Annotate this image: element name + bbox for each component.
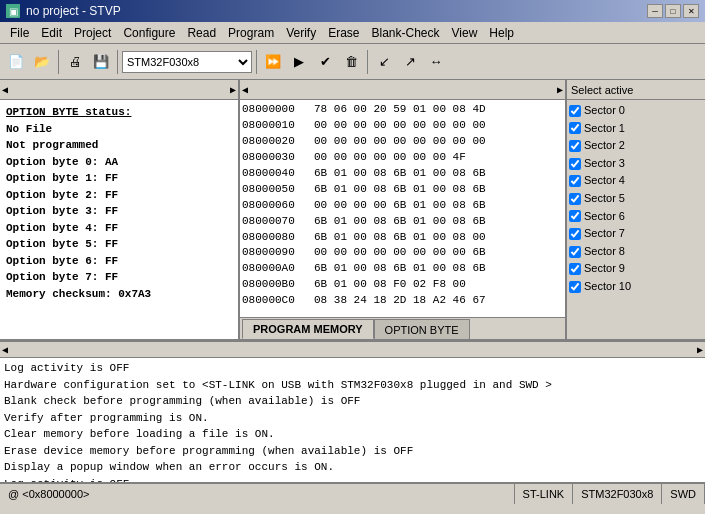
option-byte-5: Option byte 5: FF — [6, 236, 232, 253]
menu-item-read[interactable]: Read — [181, 24, 222, 42]
tab-program-memory[interactable]: PROGRAM MEMORY — [242, 319, 374, 339]
open-button[interactable]: 📂 — [30, 50, 54, 74]
hex-row: 0800000078 06 00 20 59 01 00 08 4D — [242, 102, 563, 118]
sector-item: Sector 7 — [569, 225, 703, 243]
sector-item: Sector 8 — [569, 243, 703, 261]
sector-checkbox[interactable] — [569, 175, 581, 187]
menu-item-edit[interactable]: Edit — [35, 24, 68, 42]
menu-bar: FileEditProjectConfigureReadProgramVerif… — [0, 22, 705, 44]
hex-row: 080000406B 01 00 08 6B 01 00 08 6B — [242, 166, 563, 182]
sector-item: Sector 3 — [569, 155, 703, 173]
hex-panel: ◀ ▶ 0800000078 06 00 20 59 01 00 08 4D08… — [240, 80, 565, 339]
hex-row: 080000706B 01 00 08 6B 01 00 08 6B — [242, 214, 563, 230]
new-button[interactable]: 📄 — [4, 50, 28, 74]
sector-checkbox[interactable] — [569, 210, 581, 222]
sector-label: Sector 8 — [584, 243, 625, 261]
tab-bar: PROGRAM MEMORY OPTION BYTE — [240, 317, 565, 339]
sector-list: Sector 0Sector 1Sector 2Sector 3Sector 4… — [567, 100, 705, 339]
toolbar: 📄 📂 🖨 💾 STM32F030x8 ⏩ ▶ ✔ 🗑 ↙ ↗ ↔ — [0, 44, 705, 80]
save-button[interactable]: 💾 — [89, 50, 113, 74]
log-line: Clear memory before loading a file is ON… — [4, 426, 701, 443]
log-line: Display a popup window when an error occ… — [4, 459, 701, 476]
right-panel: Select active Sector 0Sector 1Sector 2Se… — [565, 80, 705, 339]
sector-checkbox[interactable] — [569, 263, 581, 275]
sector-item: Sector 0 — [569, 102, 703, 120]
sector-checkbox[interactable] — [569, 140, 581, 152]
hex-row: 0800002000 00 00 00 00 00 00 00 00 — [242, 134, 563, 150]
sector-checkbox[interactable] — [569, 158, 581, 170]
sector-label: Sector 7 — [584, 225, 625, 243]
hex-content[interactable]: 0800000078 06 00 20 59 01 00 08 4D080000… — [240, 100, 565, 317]
option-byte-1: Option byte 1: FF — [6, 170, 232, 187]
program-button[interactable]: ▶ — [287, 50, 311, 74]
hex-row: 080000806B 01 00 08 6B 01 00 08 00 — [242, 230, 563, 246]
sector-label: Sector 3 — [584, 155, 625, 173]
menu-item-project[interactable]: Project — [68, 24, 117, 42]
option-byte-3: Option byte 3: FF — [6, 203, 232, 220]
sector-checkbox[interactable] — [569, 281, 581, 293]
app-icon: ▣ — [6, 4, 20, 18]
sector-item: Sector 4 — [569, 172, 703, 190]
sector-checkbox[interactable] — [569, 193, 581, 205]
menu-item-program[interactable]: Program — [222, 24, 280, 42]
log-header: ◀ ▶ — [0, 342, 705, 358]
window-title: no project - STVP — [26, 4, 647, 18]
menu-item-configure[interactable]: Configure — [117, 24, 181, 42]
sector-checkbox[interactable] — [569, 105, 581, 117]
hex-row: 0800001000 00 00 00 00 00 00 00 00 — [242, 118, 563, 134]
menu-item-file[interactable]: File — [4, 24, 35, 42]
menu-item-verify[interactable]: Verify — [280, 24, 322, 42]
sector-label: Sector 2 — [584, 137, 625, 155]
option-content: OPTION BYTE status: No File Not programm… — [0, 100, 238, 339]
sector-checkbox[interactable] — [569, 246, 581, 258]
sector-item: Sector 1 — [569, 120, 703, 138]
close-button[interactable]: ✕ — [683, 4, 699, 18]
menu-item-blank-check[interactable]: Blank-Check — [366, 24, 446, 42]
status-address: @ <0x8000000> — [0, 484, 515, 504]
maximize-button[interactable]: □ — [665, 4, 681, 18]
read-mem-button[interactable]: ↙ — [372, 50, 396, 74]
hex-row: 0800009000 00 00 00 00 00 00 00 6B — [242, 245, 563, 261]
hex-row: 080000A06B 01 00 08 6B 01 00 08 6B — [242, 261, 563, 277]
print-button[interactable]: 🖨 — [63, 50, 87, 74]
memory-checksum: Memory checksum: 0x7A3 — [6, 286, 232, 303]
option-byte-4: Option byte 4: FF — [6, 220, 232, 237]
option-byte-6: Option byte 6: FF — [6, 253, 232, 270]
verify-mem-button[interactable]: ↔ — [424, 50, 448, 74]
option-no-file: No File — [6, 121, 232, 138]
status-interface: ST-LINK — [515, 484, 574, 504]
sector-item: Sector 10 — [569, 278, 703, 296]
hex-row: 080000C008 38 24 18 2D 18 A2 46 67 — [242, 293, 563, 309]
minimize-button[interactable]: ─ — [647, 4, 663, 18]
main-area: ◀ ▶ OPTION BYTE status: No File Not prog… — [0, 80, 705, 340]
option-byte-0: Option byte 0: AA — [6, 154, 232, 171]
hex-row: 080000B06B 01 00 08 F0 02 F8 00 — [242, 277, 563, 293]
sector-label: Sector 5 — [584, 190, 625, 208]
sector-item: Sector 6 — [569, 208, 703, 226]
erase-button[interactable]: 🗑 — [339, 50, 363, 74]
tab-option-byte[interactable]: OPTION BYTE — [374, 319, 470, 339]
option-byte-panel: ◀ ▶ OPTION BYTE status: No File Not prog… — [0, 80, 240, 339]
menu-item-erase[interactable]: Erase — [322, 24, 365, 42]
sector-checkbox[interactable] — [569, 228, 581, 240]
sector-item: Sector 2 — [569, 137, 703, 155]
hex-row: 0800003000 00 00 00 00 00 00 4F — [242, 150, 563, 166]
menu-item-help[interactable]: Help — [483, 24, 520, 42]
option-not-programmed: Not programmed — [6, 137, 232, 154]
log-line: Verify after programming is ON. — [4, 410, 701, 427]
sector-checkbox[interactable] — [569, 122, 581, 134]
log-line: Erase device memory before programming (… — [4, 443, 701, 460]
read-all-button[interactable]: ⏩ — [261, 50, 285, 74]
log-content: Log activity is OFFHardware configuratio… — [0, 358, 705, 482]
sector-label: Sector 4 — [584, 172, 625, 190]
log-line: Blank check before programming (when ava… — [4, 393, 701, 410]
option-title: OPTION BYTE status: — [6, 104, 232, 121]
sector-select-header: Select active — [567, 80, 705, 100]
verify-button[interactable]: ✔ — [313, 50, 337, 74]
prog-mem-button[interactable]: ↗ — [398, 50, 422, 74]
option-panel-header: ◀ ▶ — [0, 80, 238, 100]
menu-item-view[interactable]: View — [446, 24, 484, 42]
device-select[interactable]: STM32F030x8 — [122, 51, 252, 73]
sector-label: Sector 10 — [584, 278, 631, 296]
log-line: Hardware configuration set to <ST-LINK o… — [4, 377, 701, 394]
